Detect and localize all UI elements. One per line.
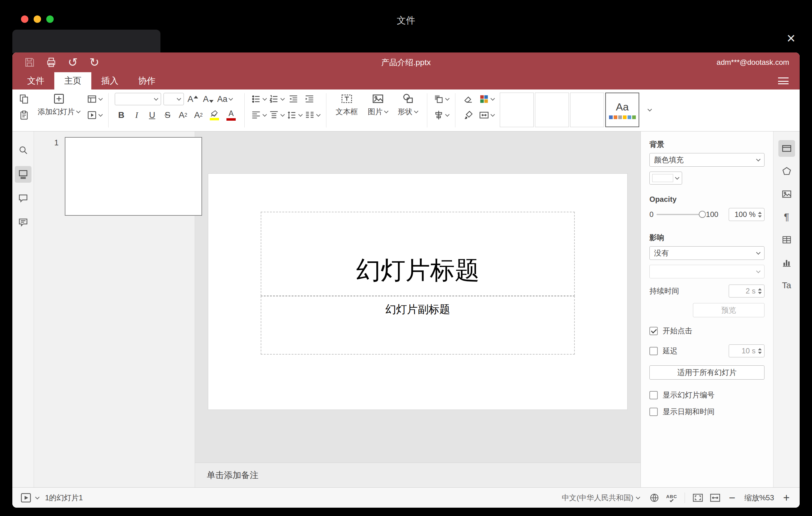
chevron-down-icon <box>229 96 233 101</box>
tab-file[interactable]: 文件 <box>17 72 54 89</box>
spinner-arrows-icon[interactable] <box>758 348 762 354</box>
horizontal-align-button[interactable] <box>251 109 266 122</box>
add-slide-button[interactable]: 添加幻灯片 <box>34 93 83 117</box>
theme-slot[interactable] <box>500 93 534 127</box>
theme-gallery-expand-button[interactable] <box>643 93 657 127</box>
paragraph-settings-button[interactable]: ¶ <box>778 209 795 225</box>
background-fill-select[interactable]: 颜色填充 <box>649 153 764 167</box>
slider-knob[interactable] <box>699 211 706 218</box>
spinner-arrows-icon[interactable] <box>758 212 762 218</box>
theme-slot-selected[interactable]: Aa <box>605 93 639 127</box>
vertical-align-button[interactable] <box>269 109 284 122</box>
font-color-button[interactable]: A <box>224 109 238 122</box>
start-slideshow-button[interactable] <box>87 109 102 122</box>
underline-button[interactable]: U <box>146 109 158 122</box>
slide-size-button[interactable] <box>479 109 494 122</box>
image-settings-button[interactable] <box>778 186 795 202</box>
arrange-shape-button[interactable] <box>433 93 449 106</box>
theme-slot[interactable] <box>535 93 569 127</box>
change-case-button[interactable]: Aa <box>217 93 232 106</box>
chat-button[interactable] <box>15 214 31 231</box>
language-selector[interactable]: 中文(中华人民共和国) <box>562 493 640 503</box>
save-button[interactable] <box>23 56 36 69</box>
title-placeholder[interactable]: 幻灯片标题 <box>261 212 575 296</box>
chevron-down-icon <box>177 96 181 101</box>
chevron-down-icon[interactable] <box>35 495 39 499</box>
preview-button[interactable]: 预览 <box>693 303 764 317</box>
image-icon <box>372 93 384 105</box>
start-preview-button[interactable] <box>19 491 33 505</box>
apply-to-all-slides-button[interactable]: 适用于所有幻灯片 <box>649 365 764 380</box>
font-name-select[interactable] <box>115 93 161 105</box>
fit-to-width-button[interactable] <box>708 491 722 505</box>
transition-effect-select[interactable]: 没有 <box>649 246 764 260</box>
menu-icon[interactable] <box>778 78 788 84</box>
insert-image-button[interactable]: 图片 <box>365 93 391 117</box>
paste-button[interactable] <box>17 109 31 122</box>
superscript-button[interactable]: A2 <box>176 109 190 122</box>
duration-input[interactable]: 2 s <box>729 285 764 297</box>
shape-settings-button[interactable] <box>778 163 795 180</box>
search-button[interactable] <box>15 142 31 159</box>
copy-button[interactable] <box>17 93 31 106</box>
slide-settings-button[interactable] <box>778 140 795 157</box>
strikethrough-button[interactable]: S <box>161 109 174 122</box>
slides-panel-button[interactable] <box>15 166 31 183</box>
zoom-out-button[interactable]: − <box>726 491 738 504</box>
bold-button[interactable]: B <box>115 109 128 122</box>
columns-button[interactable] <box>304 109 320 122</box>
add-slide-label: 添加幻灯片 <box>38 107 75 117</box>
chart-settings-button[interactable] <box>778 254 795 271</box>
numbering-button[interactable] <box>269 93 284 106</box>
tab-insert[interactable]: 插入 <box>91 72 128 89</box>
delay-checkbox[interactable] <box>649 347 658 355</box>
slide-thumbnail[interactable] <box>65 137 202 216</box>
close-icon[interactable]: × <box>787 31 795 46</box>
spinner-arrows-icon[interactable] <box>758 288 762 294</box>
line-spacing-button[interactable] <box>287 109 302 122</box>
macos-titlebar: 文件 <box>12 0 800 31</box>
italic-button[interactable]: I <box>130 109 143 122</box>
slide-canvas[interactable]: 幻灯片标题 幻灯片副标题 <box>208 174 627 409</box>
increase-indent-button[interactable] <box>303 93 316 106</box>
background-color-picker[interactable] <box>649 172 682 184</box>
tab-collaboration[interactable]: 协作 <box>128 72 165 89</box>
opacity-min: 0 <box>649 210 654 219</box>
subtitle-placeholder[interactable]: 幻灯片副标题 <box>261 296 575 354</box>
zoom-in-button[interactable]: + <box>780 491 793 504</box>
show-slide-number-checkbox[interactable] <box>649 391 658 399</box>
decrease-font-button[interactable]: A <box>202 93 215 106</box>
theme-slot[interactable] <box>570 93 604 127</box>
copy-style-button[interactable] <box>462 109 475 122</box>
undo-button[interactable]: ↺ <box>66 56 80 69</box>
bullets-button[interactable] <box>251 93 266 106</box>
font-size-select[interactable] <box>164 93 184 105</box>
insert-textbox-button[interactable]: 文本框 <box>332 93 361 117</box>
subscript-button[interactable]: A2 <box>192 109 205 122</box>
transition-type-select[interactable] <box>649 265 764 278</box>
table-settings-button[interactable] <box>778 231 795 248</box>
opacity-input[interactable]: 100 % <box>729 208 764 221</box>
insert-shape-button[interactable]: 形状 <box>395 93 421 117</box>
increase-font-button[interactable]: A <box>186 93 199 106</box>
align-shape-button[interactable] <box>433 109 449 122</box>
notes-area[interactable]: 单击添加备注 <box>195 463 640 487</box>
fit-to-slide-button[interactable] <box>691 491 705 505</box>
delay-input[interactable]: 10 s <box>729 344 764 357</box>
tab-home[interactable]: 主页 <box>54 72 91 89</box>
highlight-color-button[interactable] <box>207 109 222 122</box>
color-scheme-button[interactable] <box>479 93 494 106</box>
print-button[interactable] <box>45 56 58 69</box>
text-art-settings-button[interactable]: Ta <box>778 277 795 294</box>
start-on-click-checkbox[interactable] <box>649 327 658 335</box>
redo-button[interactable]: ↻ <box>88 56 101 69</box>
comments-button[interactable] <box>15 190 31 207</box>
slide-layout-button[interactable] <box>87 93 102 106</box>
opacity-slider[interactable] <box>657 214 703 215</box>
show-date-time-checkbox[interactable] <box>649 408 658 416</box>
decrease-indent-button[interactable] <box>287 93 300 106</box>
clear-style-button[interactable] <box>462 93 475 106</box>
ribbon-tabs: 文件 主页 插入 协作 <box>12 72 800 89</box>
document-language-button[interactable] <box>647 491 661 505</box>
spell-check-button[interactable]: ABC <box>665 491 678 505</box>
